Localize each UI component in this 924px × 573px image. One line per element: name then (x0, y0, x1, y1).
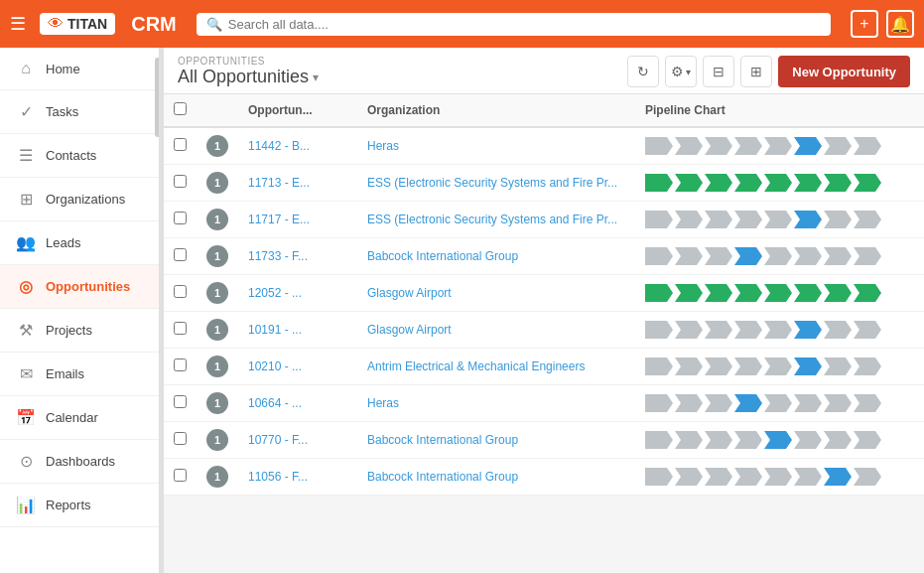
pipeline-segment (824, 468, 852, 486)
organization-link[interactable]: Heras (367, 139, 399, 153)
organization-link[interactable]: Glasgow Airport (367, 323, 452, 337)
menu-icon[interactable]: ☰ (10, 13, 26, 35)
row-checkbox[interactable] (174, 432, 187, 445)
row-checkbox[interactable] (174, 469, 187, 482)
opportunity-link[interactable]: 10191 - ... (248, 323, 302, 337)
add-button[interactable]: + (851, 10, 878, 38)
sidebar-resizer[interactable] (159, 48, 163, 573)
organization-link[interactable]: Babcock International Group (367, 470, 518, 484)
row-checkbox-cell (164, 459, 197, 496)
sidebar-item-leads[interactable]: 👥 Leads (0, 221, 163, 265)
row-org-cell: Babcock International Group (357, 238, 635, 275)
sidebar-label-organizations: Organizations (46, 192, 125, 207)
row-checkbox[interactable] (174, 175, 187, 188)
opportunity-link[interactable]: 11713 - E... (248, 176, 310, 190)
num-badge: 1 (206, 209, 228, 230)
opportunity-link[interactable]: 12052 - ... (248, 286, 302, 300)
pipeline-segment (675, 468, 703, 486)
pipeline-chart (645, 210, 914, 229)
opportunity-link[interactable]: 10210 - ... (248, 359, 302, 373)
sidebar-item-reports[interactable]: 📊 Reports (0, 484, 163, 527)
calendar-icon: 📅 (16, 408, 36, 427)
pipeline-chart (645, 467, 914, 487)
title-dropdown-icon[interactable]: ▾ (313, 71, 319, 84)
new-opportunity-button[interactable]: New Opportunity (778, 56, 910, 87)
filter-button[interactable]: ⊟ (703, 56, 734, 87)
pipeline-segment (734, 211, 762, 228)
row-checkbox[interactable] (174, 248, 187, 261)
row-checkbox[interactable] (174, 212, 187, 224)
pipeline-segment (854, 358, 881, 375)
num-badge: 1 (206, 135, 228, 157)
pipeline-segment (645, 468, 673, 486)
pipeline-segment (675, 394, 703, 412)
pipeline-segment (734, 468, 762, 486)
opportunity-link[interactable]: 11717 - E... (248, 213, 310, 226)
num-badge: 1 (206, 245, 228, 267)
sidebar-item-home[interactable]: ⌂ Home (0, 48, 163, 90)
row-checkbox[interactable] (174, 138, 187, 151)
sidebar-item-contacts[interactable]: ☰ Contacts (0, 134, 163, 178)
pipeline-chart (645, 173, 914, 193)
row-checkbox[interactable] (174, 322, 187, 335)
th-opportunity[interactable]: Opportun... (238, 94, 357, 127)
opportunity-link[interactable]: 11056 - F... (248, 470, 308, 484)
organization-link[interactable]: ESS (Electronic Security Systems and Fir… (367, 213, 617, 226)
refresh-button[interactable]: ↻ (627, 56, 659, 87)
pipeline-segment (645, 321, 673, 339)
sidebar-item-organizations[interactable]: ⊞ Organizations (0, 178, 163, 221)
pipeline-segment (824, 321, 852, 339)
pipeline-segment (794, 358, 822, 375)
columns-button[interactable]: ⊞ (740, 56, 772, 87)
row-org-cell: Heras (357, 127, 635, 165)
row-pipeline-cell (635, 127, 924, 165)
row-opportunity-cell: 12052 - ... (238, 275, 357, 312)
search-bar[interactable]: 🔍 (197, 13, 831, 36)
row-checkbox[interactable] (174, 395, 187, 408)
opportunity-link[interactable]: 11733 - F... (248, 249, 308, 263)
row-checkbox-cell (164, 312, 197, 349)
sidebar-item-emails[interactable]: ✉ Emails (0, 353, 163, 396)
opportunity-link[interactable]: 10770 - F... (248, 433, 308, 447)
organization-link[interactable]: Glasgow Airport (367, 286, 452, 300)
opportunity-link[interactable]: 10664 - ... (248, 396, 302, 410)
th-pipeline[interactable]: Pipeline Chart (635, 94, 924, 127)
pipeline-segment (705, 321, 732, 339)
row-checkbox-cell (164, 238, 197, 275)
sidebar-item-tasks[interactable]: ✓ Tasks (0, 90, 163, 134)
opportunity-link[interactable]: 11442 - B... (248, 139, 310, 153)
pipeline-chart (645, 430, 914, 450)
organization-link[interactable]: Babcock International Group (367, 433, 518, 447)
pipeline-segment (734, 284, 762, 302)
row-checkbox-cell (164, 165, 197, 202)
pipeline-segment (764, 321, 792, 339)
sidebar-label-calendar: Calendar (46, 410, 98, 425)
pipeline-segment (675, 321, 703, 339)
pipeline-segment (764, 174, 792, 192)
row-checkbox[interactable] (174, 358, 187, 371)
sidebar-label-home: Home (46, 62, 80, 76)
search-input[interactable] (228, 17, 821, 32)
pipeline-segment (794, 137, 822, 155)
pipeline-segment (645, 247, 673, 265)
settings-button[interactable]: ⚙ ▾ (665, 56, 697, 87)
select-all-checkbox[interactable] (174, 102, 187, 115)
row-checkbox[interactable] (174, 285, 187, 298)
pipeline-segment (794, 431, 822, 449)
sidebar-item-calendar[interactable]: 📅 Calendar (0, 396, 163, 440)
pipeline-segment (764, 394, 792, 412)
sidebar-item-projects[interactable]: ⚒ Projects (0, 309, 163, 353)
notification-button[interactable]: 🔔 (886, 10, 914, 38)
pipeline-segment (854, 431, 881, 449)
sidebar-item-opportunities[interactable]: ◎ Opportunities (0, 265, 163, 309)
row-num-cell: 1 (197, 312, 238, 349)
row-checkbox-cell (164, 275, 197, 312)
sidebar-item-dashboards[interactable]: ⊙ Dashboards (0, 440, 163, 484)
organization-link[interactable]: ESS (Electronic Security Systems and Fir… (367, 176, 617, 190)
th-organization[interactable]: Organization (357, 94, 635, 127)
organization-link[interactable]: Heras (367, 396, 399, 410)
organization-link[interactable]: Antrim Electrical & Mechanical Engineers (367, 359, 585, 373)
pipeline-segment (645, 394, 673, 412)
pipeline-chart (645, 246, 914, 266)
organization-link[interactable]: Babcock International Group (367, 249, 518, 263)
